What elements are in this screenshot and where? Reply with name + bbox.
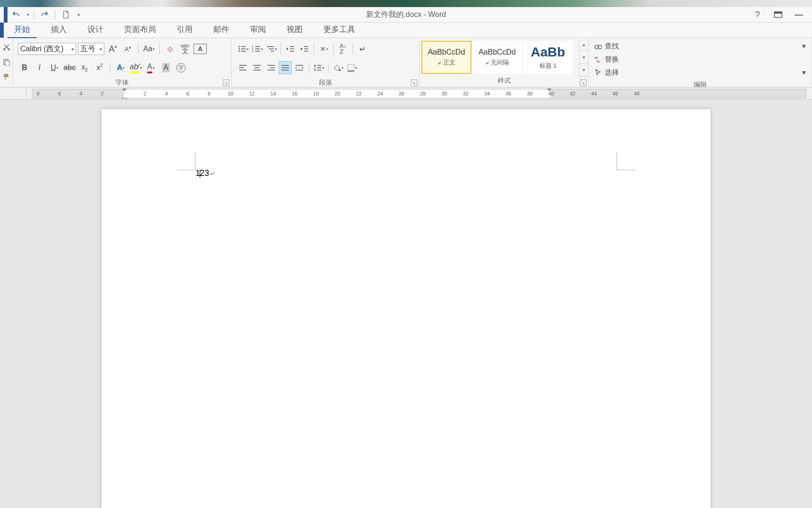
help-button[interactable]: ?: [748, 8, 767, 21]
line-spacing-button[interactable]: ▾: [312, 61, 325, 74]
font-name-combo[interactable]: Calibri (西文)▾: [18, 43, 76, 55]
text-run[interactable]: 123: [195, 168, 209, 178]
tab-insert[interactable]: 插入: [40, 21, 77, 38]
new-doc-button[interactable]: [58, 8, 73, 21]
superscript-button[interactable]: x2: [93, 61, 106, 74]
ruler-tick: 2: [101, 91, 103, 96]
ribbon-options-icon: [774, 11, 782, 18]
document-content[interactable]: 123↵: [195, 168, 216, 178]
tab-more[interactable]: 更多工具: [313, 21, 366, 38]
phonetic-guide-button[interactable]: wén文: [179, 42, 192, 56]
page-icon: [62, 10, 70, 19]
paragraph-mark-icon: ↵: [210, 170, 216, 177]
svg-rect-46: [348, 64, 354, 71]
numbering-button[interactable]: 123▾: [250, 42, 264, 56]
undo-button[interactable]: [8, 8, 23, 21]
change-case-button[interactable]: Aa▾: [142, 42, 156, 56]
multilevel-button[interactable]: ▾: [265, 42, 278, 56]
ruler-margin-left: [32, 89, 124, 98]
styles-scroll-down[interactable]: ▾: [579, 51, 588, 64]
tab-layout[interactable]: 页面布局: [114, 21, 166, 38]
font-color-button[interactable]: A▾: [144, 61, 157, 74]
ruler-tick: 10: [227, 91, 233, 96]
increase-indent-button[interactable]: [298, 42, 311, 56]
distributed-button[interactable]: [293, 61, 306, 74]
highlight-button[interactable]: ab⁄▾: [129, 61, 142, 74]
shading-button[interactable]: ▾: [331, 61, 344, 74]
align-left-button[interactable]: [236, 61, 250, 74]
justify-button[interactable]: [279, 61, 292, 74]
char-shading-button[interactable]: A: [159, 61, 172, 74]
ribbon-display-button[interactable]: [769, 8, 788, 21]
enclose-char-button[interactable]: 字: [174, 61, 187, 74]
font-dialog-launcher[interactable]: ↘: [223, 79, 229, 86]
redo-button[interactable]: [37, 8, 52, 21]
paragraph-group: ▾ 123▾ ▾ ✕▾ A↓Z ↵ ▾: [232, 38, 420, 87]
ruler-tick: 48: [634, 91, 640, 96]
select-button[interactable]: 选择▾: [593, 66, 808, 79]
undo-dropdown[interactable]: ▾: [24, 8, 31, 21]
superscript-icon: x2: [96, 63, 103, 72]
copy-button[interactable]: [3, 58, 10, 67]
minimize-button[interactable]: —: [789, 8, 808, 21]
shrink-font-button[interactable]: A▴: [121, 42, 134, 56]
file-tab-edge[interactable]: [0, 22, 4, 38]
subscript-icon: x2: [81, 63, 88, 72]
right-indent-marker[interactable]: [547, 88, 552, 91]
style-no-spacing[interactable]: AaBbCcDd ↲ 无间隔: [472, 41, 522, 74]
sort-icon: A↓Z: [340, 43, 346, 55]
horizontal-ruler[interactable]: 8642246810121416182022242628303234363840…: [32, 89, 806, 98]
strike-button[interactable]: abc: [63, 61, 76, 74]
tab-references[interactable]: 引用: [166, 21, 203, 38]
grow-font-button[interactable]: A▴: [106, 42, 119, 56]
shading-icon: A: [162, 63, 170, 72]
ruler-tick: 6: [186, 91, 189, 96]
styles-scroll-up[interactable]: ▴: [579, 38, 588, 51]
italic-button[interactable]: I: [33, 61, 46, 74]
subscript-button[interactable]: x2: [78, 61, 91, 74]
scissors-icon: [3, 43, 10, 51]
file-tab-stub[interactable]: [4, 7, 8, 23]
svg-text:ac: ac: [597, 60, 601, 63]
replace-button[interactable]: abac 替换: [593, 53, 808, 65]
cut-button[interactable]: [3, 43, 10, 52]
decrease-indent-button[interactable]: [284, 42, 297, 56]
text-effects-button[interactable]: A▾: [114, 61, 127, 74]
bullets-button[interactable]: ▾: [236, 42, 250, 56]
borders-button[interactable]: ▾: [345, 61, 359, 74]
qat-customize[interactable]: ▾: [74, 8, 83, 21]
distributed-icon: [295, 64, 304, 71]
tab-review[interactable]: 审阅: [240, 21, 276, 38]
align-center-button[interactable]: [250, 61, 264, 74]
tab-view[interactable]: 视图: [276, 21, 313, 38]
sort-button[interactable]: A↓Z: [336, 42, 350, 56]
font-size-combo[interactable]: 五号▾: [78, 43, 104, 55]
align-right-button[interactable]: [265, 61, 278, 74]
underline-button[interactable]: U▾: [48, 61, 61, 74]
asian-layout-button[interactable]: ✕▾: [317, 42, 330, 56]
find-button[interactable]: 查找▾: [593, 40, 808, 52]
brush-icon: [3, 73, 10, 81]
tab-design[interactable]: 设计: [77, 21, 114, 38]
styles-expand[interactable]: ▾: [579, 64, 588, 77]
ruler-margin-right: [550, 89, 806, 98]
clear-format-button[interactable]: [164, 42, 177, 56]
char-border-button[interactable]: A: [194, 44, 207, 54]
tab-mail[interactable]: 邮件: [203, 21, 240, 38]
tab-home[interactable]: 开始: [4, 21, 40, 38]
ruler-tick: 28: [420, 91, 426, 96]
document-page[interactable]: 123↵: [102, 109, 710, 508]
qat-separator: [55, 10, 55, 19]
show-marks-button[interactable]: ↵: [356, 42, 369, 56]
style-heading1[interactable]: AaBb 标题 1: [523, 41, 573, 74]
paragraph-dialog-launcher[interactable]: ↘: [411, 79, 417, 86]
first-line-indent-marker[interactable]: [122, 88, 127, 91]
document-area[interactable]: 123↵: [0, 100, 812, 508]
quick-access-toolbar: ▾ ▾: [0, 7, 83, 23]
format-painter-button[interactable]: [3, 73, 10, 82]
styles-dialog-launcher[interactable]: ↘: [580, 79, 586, 86]
shrink-font-icon: A: [125, 46, 129, 53]
bold-button[interactable]: B: [18, 61, 31, 74]
numbering-icon: 123: [252, 45, 260, 53]
style-normal[interactable]: AaBbCcDd ↲ 正文: [422, 41, 471, 74]
